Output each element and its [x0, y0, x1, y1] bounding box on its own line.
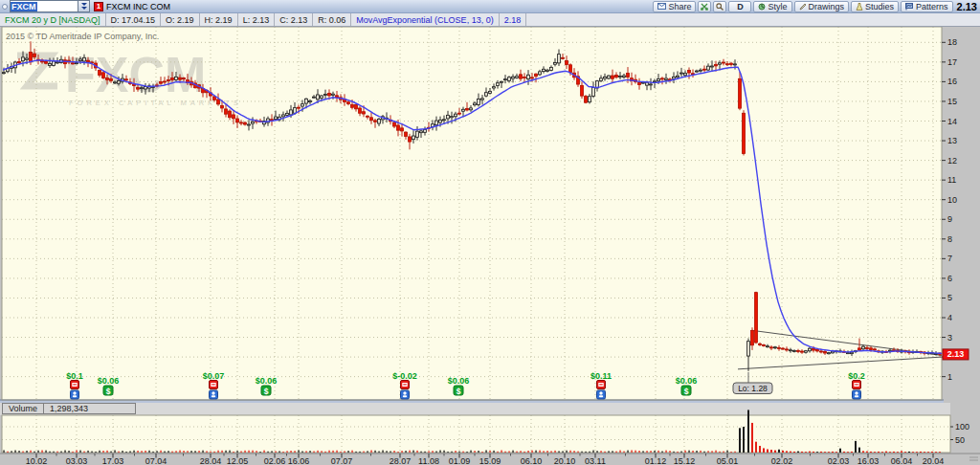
- volume-bar: [604, 452, 605, 453]
- candle-body: [462, 109, 465, 111]
- candle-body: [221, 105, 224, 107]
- candle-body: [719, 63, 722, 64]
- candle-body: [743, 113, 746, 153]
- volume-bar: [615, 452, 616, 453]
- symbol-dropdown-button[interactable]: [78, 1, 89, 11]
- volume-bar: [627, 451, 628, 453]
- volume-bar: [294, 451, 295, 453]
- volume-bar: [416, 451, 417, 453]
- volume-bar: [927, 452, 929, 453]
- volume-bar: [64, 451, 65, 453]
- volume-bar: [835, 452, 837, 453]
- volume-bar: [455, 451, 456, 453]
- volume-bar: [573, 451, 574, 453]
- date-tick-label: 03.11: [585, 456, 606, 465]
- candle-body: [600, 78, 603, 81]
- volume-bar: [148, 451, 149, 453]
- volume-bar: [711, 451, 712, 453]
- candle-body: [233, 115, 235, 119]
- detach-button[interactable]: [713, 1, 726, 12]
- volume-bar: [870, 452, 872, 453]
- date-tick-label: 11.08: [418, 456, 439, 465]
- volume-bar: [22, 452, 23, 453]
- drawings-button[interactable]: Drawings: [794, 1, 850, 12]
- date-tick-label: 20.10: [554, 456, 576, 465]
- volume-bar: [843, 452, 845, 453]
- date-tick-label: 15.09: [479, 456, 501, 465]
- quote-data-row: FXCM 20 y D [NASDAQ] D: 17.04.15 O: 2.19…: [0, 13, 980, 27]
- volume-bar: [462, 452, 463, 453]
- patterns-button[interactable]: Patterns: [901, 1, 953, 12]
- style-button[interactable]: Style: [753, 1, 791, 12]
- candle-body: [286, 113, 289, 115]
- volume-bar: [432, 451, 433, 453]
- volume-bar: [734, 452, 735, 453]
- volume-bar: [608, 451, 609, 453]
- volume-bar: [916, 452, 918, 453]
- candle-body: [355, 105, 358, 109]
- price-tick-label: 12: [947, 156, 957, 166]
- volume-bar: [866, 452, 868, 453]
- candle-body: [715, 64, 718, 66]
- volume-bar: [531, 451, 532, 453]
- candle-body: [793, 350, 796, 351]
- volume-bar: [393, 451, 394, 453]
- volume-bar: [596, 451, 597, 453]
- study-value-readout: 2.18: [500, 13, 527, 26]
- volume-study-label[interactable]: Volume: [2, 403, 44, 414]
- timeframe-button[interactable]: D: [728, 1, 751, 12]
- volume-bar: [382, 450, 383, 453]
- candle-body: [478, 100, 480, 105]
- candle-body: [252, 122, 255, 123]
- volume-bar: [820, 452, 822, 453]
- share-button[interactable]: Share: [653, 1, 696, 12]
- symbol-input[interactable]: FXCM: [10, 0, 90, 12]
- candle-body: [313, 97, 316, 98]
- price-chart[interactable]: FXCMFOREX CAPITAL MARKETS$0.1$0.06$$0.07…: [0, 27, 980, 465]
- volume-bar: [726, 451, 727, 453]
- candle-body: [774, 347, 777, 348]
- candle-body: [409, 137, 412, 142]
- candle-body: [141, 88, 144, 89]
- candle-body: [102, 73, 105, 78]
- alerts-badge[interactable]: 1: [94, 2, 103, 11]
- volume-bar: [68, 451, 69, 453]
- candle-body: [56, 62, 59, 63]
- volume-bar: [106, 451, 107, 453]
- candle-body: [424, 129, 427, 132]
- candle-body: [562, 57, 565, 58]
- volume-bar: [256, 451, 256, 453]
- candle-body: [76, 63, 78, 64]
- candle-body: [739, 78, 742, 108]
- volume-bar: [801, 452, 803, 453]
- volume-bar: [190, 451, 191, 453]
- link-charts-button[interactable]: [698, 1, 711, 12]
- earnings-glyph: [403, 384, 406, 385]
- volume-bar: [37, 451, 38, 453]
- volume-bar: [893, 452, 895, 453]
- candle-body: [501, 81, 503, 82]
- study-label[interactable]: MovAvgExponential (CLOSE, 13, 0): [351, 13, 499, 26]
- volume-bar: [7, 452, 8, 453]
- volume-bar: [458, 452, 459, 453]
- candle-body: [874, 349, 877, 350]
- candle-body: [627, 74, 630, 78]
- call-glyph: [212, 395, 215, 397]
- candle-body: [820, 351, 823, 352]
- style-icon: [758, 3, 766, 11]
- volume-bar: [470, 451, 471, 453]
- volume-bar: [99, 451, 100, 453]
- volume-bar: [324, 452, 325, 453]
- high-readout: H: 2.19: [200, 13, 238, 26]
- volume-bar: [631, 450, 632, 453]
- flask-icon: [856, 3, 863, 11]
- price-badge: 2.13: [943, 349, 969, 360]
- volume-pane-bg: [2, 415, 950, 453]
- candle-body: [866, 347, 869, 348]
- call-glyph: [73, 395, 77, 397]
- candle-body: [301, 104, 304, 106]
- volume-bar: [367, 451, 368, 453]
- volume-bar: [897, 452, 899, 453]
- studies-button[interactable]: Studies: [851, 1, 899, 12]
- candle-body: [30, 53, 33, 62]
